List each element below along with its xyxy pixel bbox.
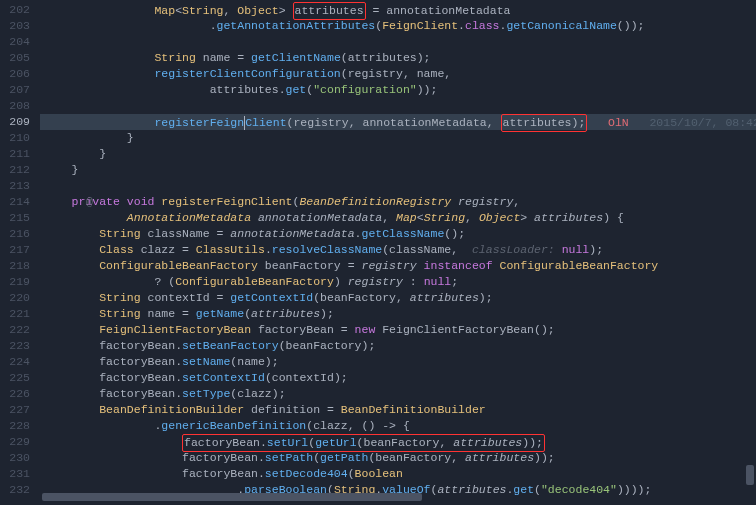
- code-token: .: [355, 227, 362, 240]
- code-token: [251, 211, 258, 224]
- code-token: :: [403, 275, 424, 288]
- code-token: getAnnotationAttributes: [217, 19, 376, 32]
- code-token: contextId =: [141, 291, 231, 304]
- code-line[interactable]: factoryBean.setName(name);: [40, 354, 756, 370]
- code-token: ? (: [154, 275, 175, 288]
- code-token: name =: [196, 51, 251, 64]
- code-token: ConfigurableBeanFactory: [99, 259, 258, 272]
- code-line[interactable]: }: [40, 130, 756, 146]
- line-number: 231: [4, 466, 30, 482]
- code-token: Boolean: [355, 467, 403, 480]
- code-line[interactable]: factoryBean.setUrl(getUrl(beanFactory, a…: [40, 434, 756, 450]
- code-token: ConfigurableBeanFactory: [500, 259, 659, 272]
- line-number: 208: [4, 98, 30, 114]
- code-token: }: [99, 147, 106, 160]
- code-token: factoryBean.: [99, 355, 182, 368]
- code-token: annotationMetadata: [230, 227, 354, 240]
- code-line[interactable]: factoryBean.setContextId(contextId);: [40, 370, 756, 386]
- code-line[interactable]: factoryBean.setBeanFactory(beanFactory);: [40, 338, 756, 354]
- code-token: (className,: [382, 243, 465, 256]
- code-token: new: [355, 323, 376, 336]
- code-token: Map: [396, 211, 417, 224]
- line-number: 221: [4, 306, 30, 322]
- code-token: ,: [223, 4, 237, 17]
- code-line[interactable]: [40, 34, 756, 50]
- code-line[interactable]: String name = getClientName(attributes);: [40, 50, 756, 66]
- code-token: attributes: [251, 307, 320, 320]
- code-token: attributes: [534, 211, 603, 224]
- code-line[interactable]: [40, 178, 756, 194]
- horizontal-scroll-thumb[interactable]: [42, 493, 422, 501]
- line-number: 230: [4, 450, 30, 466]
- code-token: );: [362, 339, 376, 352]
- code-line[interactable]: BeanDefinitionBuilder definition = BeanD…: [40, 402, 756, 418]
- code-line[interactable]: String name = getName(attributes);: [40, 306, 756, 322]
- code-token: attributes);: [503, 116, 586, 129]
- code-line[interactable]: String className = annotationMetadata.ge…: [40, 226, 756, 242]
- code-editor[interactable]: 2022032042052062072082092102112122132142…: [0, 0, 756, 505]
- code-token: .: [458, 19, 465, 32]
- code-token: factoryBean.: [182, 451, 265, 464]
- code-token: ();: [444, 227, 465, 240]
- code-token: Client: [245, 116, 286, 129]
- code-token: factoryBean.: [99, 371, 182, 384]
- code-token: (clazz);: [230, 387, 285, 400]
- code-line[interactable]: attributes.get("configuration"));: [40, 82, 756, 98]
- code-line[interactable]: }: [40, 146, 756, 162]
- code-token: factoryBean.: [99, 387, 182, 400]
- code-token: registry: [458, 195, 513, 208]
- code-line[interactable]: Map<String, Object> attributes = annotat…: [40, 2, 756, 18]
- code-token: FeignClient: [382, 19, 458, 32]
- code-token: definition =: [244, 403, 341, 416]
- line-number: 217: [4, 242, 30, 258]
- code-token: registry: [348, 275, 403, 288]
- code-token: FeignClientFactoryBean: [99, 323, 251, 336]
- code-line[interactable]: }: [40, 162, 756, 178]
- code-token: setPath: [265, 451, 313, 464]
- line-number: 220: [4, 290, 30, 306]
- code-token: ): [334, 275, 348, 288]
- code-token: <: [417, 211, 424, 224]
- code-token: null: [562, 243, 590, 256]
- code-line[interactable]: factoryBean.setType(clazz);: [40, 386, 756, 402]
- code-token: className =: [141, 227, 231, 240]
- code-line[interactable]: [40, 98, 756, 114]
- line-number: 209: [4, 114, 30, 130]
- code-token: [120, 195, 127, 208]
- code-token: = annotationMetadata: [366, 4, 511, 17]
- code-token: attributes: [410, 291, 479, 304]
- code-line[interactable]: @ private void registerFeignClient(BeanD…: [40, 194, 756, 210]
- code-line[interactable]: .genericBeanDefinition(clazz, () -> {: [40, 418, 756, 434]
- code-token: getContextId: [230, 291, 313, 304]
- code-token: ));: [417, 83, 438, 96]
- code-line[interactable]: .getAnnotationAttributes(FeignClient.cla…: [40, 18, 756, 34]
- code-token: );: [320, 307, 334, 320]
- code-token: }: [72, 163, 79, 176]
- code-token: void: [127, 195, 155, 208]
- code-line[interactable]: ConfigurableBeanFactory beanFactory = re…: [40, 258, 756, 274]
- code-line[interactable]: factoryBean.setPath(getPath(beanFactory,…: [40, 450, 756, 466]
- code-token: get: [286, 83, 307, 96]
- code-token: ;: [451, 275, 458, 288]
- vertical-scrollbar[interactable]: [744, 0, 754, 505]
- vertical-scroll-thumb[interactable]: [746, 465, 754, 485]
- code-token: [587, 116, 608, 129]
- code-line[interactable]: AnnotationMetadata annotationMetadata, M…: [40, 210, 756, 226]
- horizontal-scrollbar[interactable]: [42, 493, 742, 503]
- code-token: (clazz, () -> {: [306, 419, 410, 432]
- line-number: 214: [4, 194, 30, 210]
- line-number: 207: [4, 82, 30, 98]
- code-token: factoryBean.: [182, 467, 265, 480]
- code-line[interactable]: registerFeignClient(registry, annotation…: [40, 114, 756, 130]
- code-line[interactable]: registerClientConfiguration(registry, na…: [40, 66, 756, 82]
- code-token: "configuration": [313, 83, 417, 96]
- code-line[interactable]: String contextId = getContextId(beanFact…: [40, 290, 756, 306]
- line-number: 222: [4, 322, 30, 338]
- code-line[interactable]: factoryBean.setDecode404(Boolean: [40, 466, 756, 482]
- code-token: null: [424, 275, 452, 288]
- code-line[interactable]: Class clazz = ClassUtils.resolveClassNam…: [40, 242, 756, 258]
- code-line[interactable]: FeignClientFactoryBean factoryBean = new…: [40, 322, 756, 338]
- code-area[interactable]: Map<String, Object> attributes = annotat…: [40, 0, 756, 505]
- code-token: ));: [534, 451, 555, 464]
- code-line[interactable]: ? (ConfigurableBeanFactory) registry : n…: [40, 274, 756, 290]
